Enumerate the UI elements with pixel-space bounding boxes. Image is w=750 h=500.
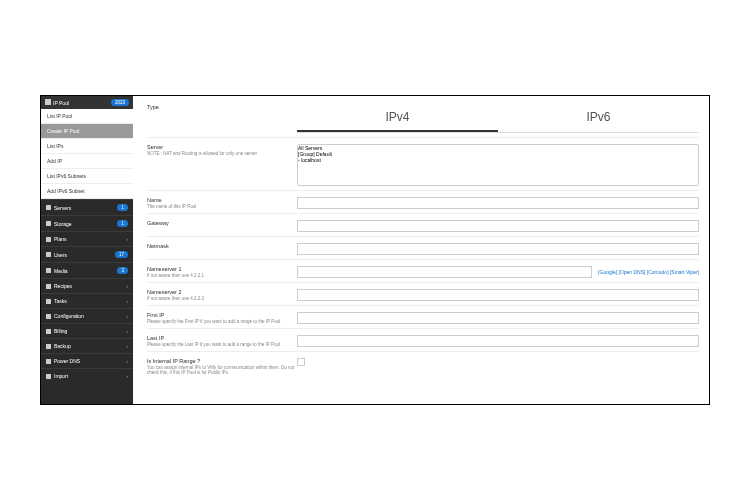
- nav-icon: [46, 284, 51, 289]
- ns2-label: Nameserver 2: [147, 289, 297, 295]
- lastip-help: Please specify the Last IP if you want t…: [147, 342, 297, 347]
- server-select[interactable]: All Servers[Group] Default- localhost: [297, 144, 699, 186]
- nav-badge: 1: [117, 204, 128, 211]
- type-tabs: IPv4 IPv6: [297, 104, 699, 133]
- nav-icon: [46, 344, 51, 349]
- firstip-help: Please specify the First IP if you want …: [147, 319, 297, 324]
- submenu-create-ip-pool[interactable]: Create IP Pool: [41, 124, 133, 139]
- ns1-label: Nameserver 1: [147, 266, 297, 272]
- server-help: NOTE : NAT and Routing is allowed for on…: [147, 151, 297, 156]
- lastip-label: Last IP: [147, 335, 297, 341]
- nav-item-backup[interactable]: Backup›: [41, 338, 133, 353]
- nav-item-users[interactable]: Users17: [41, 246, 133, 262]
- nav-item-configuration[interactable]: Configuration›: [41, 308, 133, 323]
- ns1-input[interactable]: [297, 266, 592, 278]
- netmask-label: Netmask: [147, 243, 297, 249]
- header-badge: 2023: [111, 99, 129, 106]
- nav-icon: [46, 221, 51, 226]
- nav-item-recipes[interactable]: Recipes›: [41, 278, 133, 293]
- nav-icon: [46, 314, 51, 319]
- nav-item-billing[interactable]: Billing›: [41, 323, 133, 338]
- ns2-input[interactable]: [297, 289, 699, 301]
- sidebar-title: IP Pool: [53, 100, 69, 106]
- nav-item-media[interactable]: Media3: [41, 262, 133, 278]
- netmask-input[interactable]: [297, 243, 699, 255]
- nav-icon: [46, 329, 51, 334]
- internal-label: Is Internal IP Range ?: [147, 358, 297, 364]
- nav-item-servers[interactable]: Servers1: [41, 199, 133, 215]
- chevron-right-icon: ›: [126, 358, 128, 364]
- chevron-right-icon: ›: [126, 236, 128, 242]
- nav-icon: [46, 268, 51, 273]
- nav-icon: [46, 237, 51, 242]
- nav-icon: [46, 299, 51, 304]
- tab-ipv4[interactable]: IPv4: [297, 104, 498, 132]
- submenu-list-ips[interactable]: List IPs: [41, 139, 133, 154]
- dns-preset-links[interactable]: [Google] [Open DNS] [Comodo] [Smart Vipe…: [598, 269, 699, 275]
- nav-icon: [46, 374, 51, 379]
- chevron-right-icon: ›: [126, 313, 128, 319]
- nav-icon: [46, 205, 51, 210]
- nav-item-tasks[interactable]: Tasks›: [41, 293, 133, 308]
- chevron-right-icon: ›: [126, 298, 128, 304]
- ns1-help: If not aware then use 4.2.2.1: [147, 273, 297, 278]
- server-label: Server: [147, 144, 297, 150]
- nav-icon: [46, 359, 51, 364]
- chevron-right-icon: ›: [126, 373, 128, 379]
- type-label: Type: [147, 104, 297, 133]
- nav-badge: 17: [115, 251, 128, 258]
- nav-item-import[interactable]: Import›: [41, 368, 133, 383]
- nav-icon: [46, 252, 51, 257]
- nav-item-storage[interactable]: Storage1: [41, 215, 133, 231]
- submenu-add-ip[interactable]: Add IP: [41, 154, 133, 169]
- chevron-right-icon: ›: [126, 343, 128, 349]
- submenu-list-ip-pool[interactable]: List IP Pool: [41, 109, 133, 124]
- firstip-label: First IP: [147, 312, 297, 318]
- chevron-right-icon: ›: [126, 283, 128, 289]
- main-content: Type IPv4 IPv6 Server NOTE : NAT and Rou…: [133, 96, 709, 404]
- gateway-label: Gateway: [147, 220, 297, 226]
- firstip-input[interactable]: [297, 312, 699, 324]
- gateway-input[interactable]: [297, 220, 699, 232]
- name-label: Name: [147, 197, 297, 203]
- lastip-input[interactable]: [297, 335, 699, 347]
- submenu-add-ipv6[interactable]: Add IPv6 Subnet: [41, 184, 133, 199]
- name-help: The name of this IP Pool: [147, 204, 297, 209]
- sidebar-header: IP Pool 2023: [41, 96, 133, 109]
- nav-badge: 3: [117, 267, 128, 274]
- chevron-right-icon: ›: [126, 328, 128, 334]
- sidebar: IP Pool 2023 List IP Pool Create IP Pool…: [41, 96, 133, 404]
- internal-help: You can assign internal IPs to VMs for c…: [147, 365, 297, 375]
- nav-item-power-dns[interactable]: Power DNS›: [41, 353, 133, 368]
- name-input[interactable]: [297, 197, 699, 209]
- internal-checkbox[interactable]: [297, 358, 305, 366]
- tab-ipv6[interactable]: IPv6: [498, 104, 699, 132]
- ip-pool-icon: [45, 99, 51, 105]
- nav-badge: 1: [117, 220, 128, 227]
- ns2-help: If not aware then use 4.2.2.2: [147, 296, 297, 301]
- submenu-list-ipv6[interactable]: List IPv6 Subnets: [41, 169, 133, 184]
- submenu: List IP Pool Create IP Pool List IPs Add…: [41, 109, 133, 199]
- nav-item-plans[interactable]: Plans›: [41, 231, 133, 246]
